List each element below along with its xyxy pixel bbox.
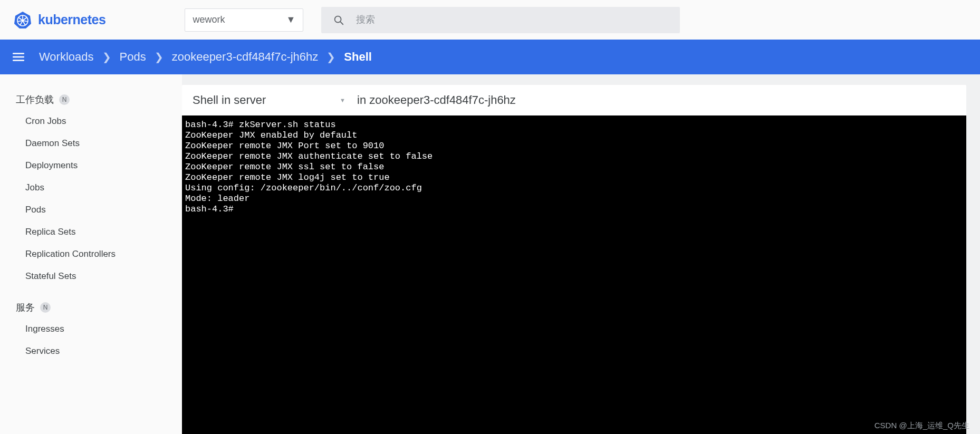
main-content: Shell in server ▼ in zookeeper3-cdf484f7… <box>182 74 980 434</box>
top-bar: kubernetes wework ▼ <box>0 0 980 40</box>
sidebar-item-jobs[interactable]: Jobs <box>16 177 176 199</box>
svg-point-9 <box>22 19 24 22</box>
namespace-select[interactable]: wework ▼ <box>185 8 303 32</box>
chevron-down-icon: ▼ <box>286 14 296 25</box>
sidebar-group-workloads: 工作负载 N Cron Jobs Daemon Sets Deployments… <box>16 89 176 287</box>
logo[interactable]: kubernetes <box>14 11 105 29</box>
search-icon <box>333 14 344 26</box>
breadcrumb-link-workloads[interactable]: Workloads <box>39 50 94 64</box>
breadcrumb-bar: Workloads ❯ Pods ❯ zookeeper3-cdf484f7c-… <box>0 40 980 74</box>
breadcrumb-link-pods[interactable]: Pods <box>120 50 146 64</box>
sidebar-group-title[interactable]: 服务 N <box>16 297 176 318</box>
chevron-right-icon: ❯ <box>326 51 335 63</box>
namespace-selected-value: wework <box>193 14 225 25</box>
search-box[interactable] <box>321 7 680 33</box>
sidebar-item-deployments[interactable]: Deployments <box>16 155 176 177</box>
breadcrumb-current: Shell <box>344 50 372 64</box>
namespace-badge: N <box>40 302 51 313</box>
chevron-right-icon: ❯ <box>155 51 164 63</box>
sidebar-group-services: 服务 N Ingresses Services <box>16 297 176 362</box>
sidebar: 工作负载 N Cron Jobs Daemon Sets Deployments… <box>0 74 182 434</box>
sidebar-item-replicationcontrollers[interactable]: Replication Controllers <box>16 243 176 265</box>
sidebar-item-cronjobs[interactable]: Cron Jobs <box>16 110 176 132</box>
logo-text: kubernetes <box>38 12 105 27</box>
sidebar-item-replicasets[interactable]: Replica Sets <box>16 221 176 243</box>
sidebar-item-statefulsets[interactable]: Stateful Sets <box>16 265 176 287</box>
hamburger-icon <box>12 50 25 64</box>
sidebar-item-pods[interactable]: Pods <box>16 199 176 221</box>
chevron-right-icon: ❯ <box>102 51 111 63</box>
namespace-badge: N <box>59 94 70 105</box>
sidebar-group-label: 服务 <box>16 301 35 314</box>
kubernetes-logo-icon <box>14 11 32 29</box>
sidebar-item-services[interactable]: Services <box>16 340 176 362</box>
sidebar-group-title[interactable]: 工作负载 N <box>16 89 176 110</box>
breadcrumb-link-pod[interactable]: zookeeper3-cdf484f7c-jh6hz <box>172 50 319 64</box>
chevron-down-icon: ▼ <box>340 97 345 103</box>
sidebar-item-daemonsets[interactable]: Daemon Sets <box>16 132 176 155</box>
container-select[interactable]: Shell in server ▼ <box>193 93 351 107</box>
watermark: CSDN @上海_运维_Q先生 <box>875 421 969 431</box>
sidebar-group-label: 工作负载 <box>16 93 54 106</box>
sidebar-item-ingresses[interactable]: Ingresses <box>16 318 176 340</box>
container-select-value: Shell in server <box>193 93 266 107</box>
shell-pod-label: in zookeeper3-cdf484f7c-jh6hz <box>357 93 516 107</box>
svg-line-11 <box>341 22 343 24</box>
menu-button[interactable] <box>12 50 25 64</box>
search-input[interactable] <box>356 14 668 25</box>
terminal[interactable]: bash-4.3# zkServer.sh status ZooKeeper J… <box>182 115 966 434</box>
shell-header: Shell in server ▼ in zookeeper3-cdf484f7… <box>182 85 966 115</box>
